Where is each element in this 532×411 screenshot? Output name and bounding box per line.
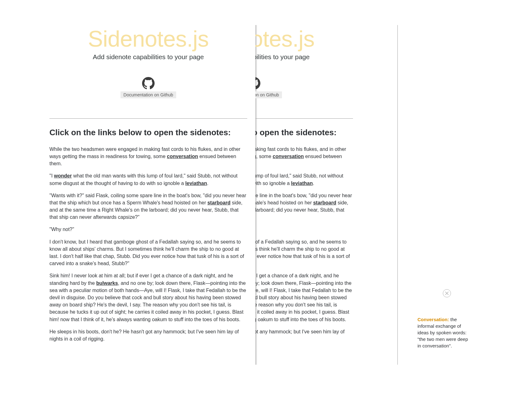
page-title: Sidenotes.js bbox=[49, 28, 247, 50]
section-heading: Click on the links below to open the sid… bbox=[49, 127, 247, 138]
paragraph: I don't know, but I heard that gamboge g… bbox=[49, 238, 247, 267]
page-subtitle: Add sidenote capabilities to your page bbox=[49, 53, 247, 61]
link-starboard[interactable]: starboard bbox=[313, 200, 336, 205]
paragraph: "Why not?" bbox=[49, 226, 247, 233]
paragraph: "I wonder what the old man wants with th… bbox=[255, 172, 353, 187]
paragraph: Sink him! I never look at him at all; bu… bbox=[49, 272, 247, 323]
paragraph: I don't know, but I heard that gamboge g… bbox=[255, 238, 353, 267]
paragraph: He sleeps in his boots, don't he? He has… bbox=[255, 328, 353, 342]
hero: Sidenotes.js Add sidenote capabilities t… bbox=[255, 0, 353, 98]
paragraph: "Why not?" bbox=[255, 226, 353, 233]
article-body: While the two headsmen were engaged in m… bbox=[255, 146, 353, 342]
github-link[interactable]: Documentation on Github bbox=[255, 77, 282, 98]
paragraph: "Wants with it?" said Flask, coiling som… bbox=[255, 192, 353, 221]
paragraph: While the two headsmen were engaged in m… bbox=[49, 146, 247, 167]
link-leviathan[interactable]: leviathan bbox=[185, 181, 207, 186]
link-conversation[interactable]: conversation bbox=[273, 154, 304, 159]
paragraph: "Wants with it?" said Flask, coiling som… bbox=[49, 192, 247, 221]
github-label: Documentation on Github bbox=[255, 91, 282, 98]
sidenote-divider bbox=[397, 25, 398, 365]
paragraph: "I wonder what the old man wants with th… bbox=[49, 172, 247, 187]
link-starboard[interactable]: starboard bbox=[207, 200, 231, 205]
hero: Sidenotes.js Add sidenote capabilities t… bbox=[49, 0, 247, 98]
link-leviathan[interactable]: leviathan bbox=[291, 181, 313, 186]
link-wonder[interactable]: wonder bbox=[54, 173, 72, 178]
divider bbox=[49, 118, 247, 119]
github-link[interactable]: Documentation on Github bbox=[120, 77, 176, 98]
github-icon bbox=[255, 77, 260, 90]
close-icon bbox=[445, 291, 449, 295]
section-heading: Click on the links below to open the sid… bbox=[255, 127, 353, 138]
left-preview-pane: Sidenotes.js Add sidenote capabilities t… bbox=[0, 0, 255, 411]
sidenote-term: Conversation: bbox=[417, 317, 449, 322]
article-content: Sidenotes.js Add sidenote capabilities t… bbox=[255, 0, 353, 347]
article-body: While the two headsmen were engaged in m… bbox=[49, 146, 247, 342]
page-subtitle: Add sidenote capabilities to your page bbox=[255, 53, 353, 61]
github-label: Documentation on Github bbox=[120, 91, 176, 98]
github-icon bbox=[142, 77, 155, 90]
article-content: Sidenotes.js Add sidenote capabilities t… bbox=[49, 0, 247, 347]
divider bbox=[255, 118, 353, 119]
paragraph: He sleeps in his boots, don't he? He has… bbox=[49, 328, 247, 342]
page-title: Sidenotes.js bbox=[255, 28, 353, 50]
sidenote-panel: Conversation: the informal exchange of i… bbox=[417, 316, 471, 349]
link-conversation[interactable]: conversation bbox=[167, 154, 198, 159]
paragraph: While the two headsmen were engaged in m… bbox=[255, 146, 353, 167]
close-sidenote-button[interactable] bbox=[443, 289, 451, 297]
link-bulwarks[interactable]: bulwarks bbox=[96, 280, 118, 286]
right-preview-pane: Sidenotes.js Add sidenote capabilities t… bbox=[255, 0, 532, 411]
paragraph: Sink him! I never look at him at all; bu… bbox=[255, 272, 353, 323]
